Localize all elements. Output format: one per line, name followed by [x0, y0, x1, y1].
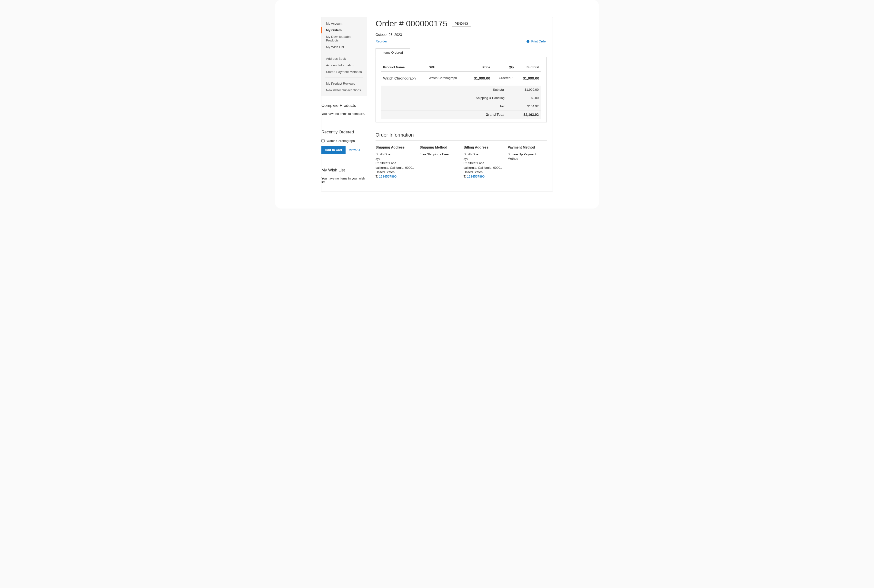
col-sku: SKU — [427, 63, 467, 72]
nav-payment-methods[interactable]: Stored Payment Methods — [321, 69, 367, 75]
nav-separator — [325, 52, 363, 53]
shipping-street: 32 Street Lane — [376, 161, 415, 165]
order-actions: Reorder Print Order — [376, 39, 547, 48]
wishlist-empty: You have no items in your wish list. — [321, 175, 367, 184]
wishlist-title: My Wish List — [321, 161, 367, 175]
print-order-label: Print Order — [531, 39, 547, 43]
billing-street: 32 Street Lane — [463, 161, 503, 165]
billing-phone-link[interactable]: 1234567890 — [467, 175, 484, 178]
grand-total-value: $2,163.92 — [514, 112, 539, 117]
tax-label: Tax — [417, 104, 514, 108]
recent-item-label: Watch Chronograph — [327, 139, 355, 142]
cell-price: $1,999.00 — [467, 72, 492, 83]
main-content: Order # 000000175 PENDING October 23, 20… — [367, 17, 553, 191]
nav-my-orders[interactable]: My Orders — [321, 27, 367, 33]
col-qty: Qty — [492, 63, 516, 72]
nav-downloadable[interactable]: My Downloadable Products — [321, 33, 367, 44]
recent-block: Recently Ordered Watch Chronograph Add t… — [321, 123, 367, 161]
col-subtotal: Subtotal — [516, 63, 541, 72]
shipping-label: Shipping & Handling — [417, 96, 514, 100]
col-product: Product Name — [381, 63, 427, 72]
items-card: Items Ordered Product Name SKU Price Qty… — [376, 57, 547, 122]
print-icon — [526, 40, 530, 43]
order-info-title: Order Information — [376, 132, 547, 141]
shipping-address-block: Shipping Address Smith Doe xyz 32 Street… — [376, 146, 415, 179]
shipping-name: Smith Doe — [376, 152, 415, 157]
compare-title: Compare Products — [321, 96, 367, 110]
page-container: My Account My Orders My Downloadable Pro… — [321, 17, 553, 192]
billing-address-title: Billing Address — [463, 146, 503, 149]
recent-item: Watch Chronograph — [321, 136, 367, 146]
order-header: Order # 000000175 PENDING — [376, 17, 547, 28]
col-price: Price — [467, 63, 492, 72]
shipping-country: United States — [376, 170, 415, 174]
shipping-phone-label: T: — [376, 175, 379, 178]
shipping-phone-link[interactable]: 1234567890 — [379, 175, 397, 178]
reorder-link[interactable]: Reorder — [376, 39, 387, 43]
cell-sku: Watch Chronograph — [427, 72, 467, 83]
items-table: Product Name SKU Price Qty Subtotal Watc… — [381, 63, 541, 83]
order-date: October 23, 2023 — [376, 28, 547, 39]
order-title: Order # 000000175 — [376, 19, 447, 28]
add-to-cart-button[interactable]: Add to Cart — [321, 146, 346, 154]
account-nav: My Account My Orders My Downloadable Pro… — [321, 17, 367, 96]
billing-address-block: Billing Address Smith Doe xyz 32 Street … — [463, 146, 503, 179]
recent-checkbox[interactable] — [321, 139, 325, 142]
nav-address-book[interactable]: Address Book — [321, 56, 367, 62]
sidebar: My Account My Orders My Downloadable Pro… — [321, 17, 367, 191]
cell-name: Watch Chronograph — [381, 72, 427, 83]
shipping-method-title: Shipping Method — [420, 146, 459, 149]
shipping-company: xyz — [376, 157, 415, 161]
shipping-method-value: Free Shipping - Free — [420, 152, 459, 157]
billing-country: United States — [463, 170, 503, 174]
nav-account-info[interactable]: Account Information — [321, 62, 367, 69]
subtotal-value: $1,999.00 — [514, 88, 539, 92]
payment-method-value: Square Up Payment Method — [508, 152, 547, 161]
order-info-grid: Shipping Address Smith Doe xyz 32 Street… — [376, 146, 547, 179]
payment-method-block: Payment Method Square Up Payment Method — [508, 146, 547, 179]
table-row: Watch Chronograph Watch Chronograph $1,9… — [381, 72, 541, 83]
billing-city: california, California, 90001 — [463, 166, 503, 170]
compare-empty: You have no items to compare. — [321, 110, 367, 116]
billing-company: xyz — [463, 157, 503, 161]
nav-my-account[interactable]: My Account — [321, 20, 367, 27]
shipping-value: $0.00 — [514, 96, 539, 100]
status-badge: PENDING — [452, 21, 471, 27]
shipping-address-title: Shipping Address — [376, 146, 415, 149]
subtotal-label: Subtotal — [417, 88, 514, 92]
nav-product-reviews[interactable]: My Product Reviews — [321, 80, 367, 87]
compare-block: Compare Products You have no items to co… — [321, 96, 367, 123]
shipping-city: california, California, 90001 — [376, 166, 415, 170]
view-all-link[interactable]: View All — [349, 148, 360, 152]
totals: Subtotal $1,999.00 Shipping & Handling $… — [381, 86, 541, 119]
tax-value: $164.92 — [514, 104, 539, 108]
print-order-link[interactable]: Print Order — [526, 39, 547, 43]
recent-title: Recently Ordered — [321, 123, 367, 136]
grand-total-label: Grand Total — [417, 112, 514, 117]
nav-newsletter[interactable]: Newsletter Subscriptions — [321, 87, 367, 93]
tab-items-ordered[interactable]: Items Ordered — [376, 48, 410, 57]
nav-wishlist[interactable]: My Wish List — [321, 44, 367, 50]
shipping-method-block: Shipping Method Free Shipping - Free — [420, 146, 459, 179]
billing-name: Smith Doe — [463, 152, 503, 157]
cell-subtotal: $1,999.00 — [516, 72, 541, 83]
billing-phone-label: T: — [463, 175, 467, 178]
wishlist-block: My Wish List You have no items in your w… — [321, 161, 367, 191]
cell-qty: Ordered: 1 — [492, 72, 516, 83]
payment-method-title: Payment Method — [508, 146, 547, 149]
